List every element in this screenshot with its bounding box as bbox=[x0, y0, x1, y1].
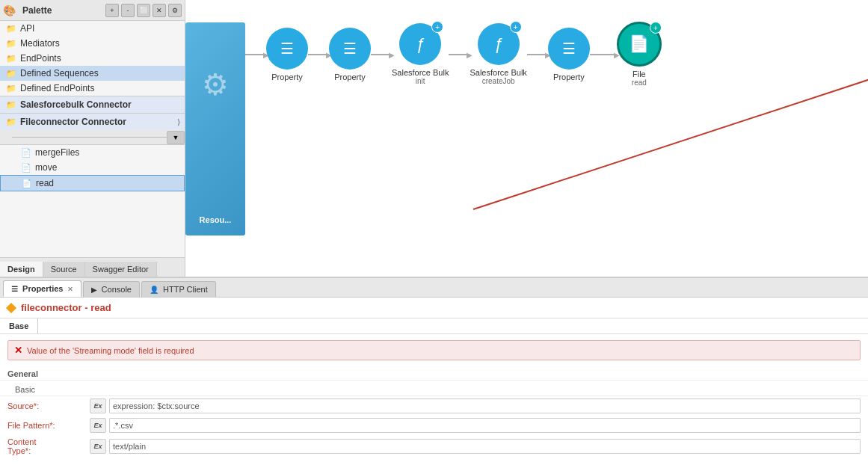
sidebar-item-fileconnector[interactable]: 📁 Fileconnector Connector ⟩ bbox=[0, 113, 185, 130]
nodes-row: ▶ ☰ Property ▶ bbox=[245, 22, 662, 87]
resource-label: Resou... bbox=[200, 215, 232, 224]
error-message: Value of the 'Streaming mode' field is r… bbox=[27, 346, 194, 355]
panel-tab-properties[interactable]: ☰ Properties ✕ bbox=[3, 280, 81, 297]
tab-swagger[interactable]: Swagger Editor bbox=[85, 262, 157, 277]
panel-title: fileconnector - read bbox=[21, 302, 111, 313]
error-icon: ✕ bbox=[14, 345, 22, 356]
node-sublabel-sf-create: createJob bbox=[482, 77, 515, 85]
node-sublabel-file-read: read bbox=[632, 78, 647, 87]
node-circle-property3: ☰ bbox=[548, 28, 590, 70]
flow-node-property3[interactable]: ☰ Property bbox=[548, 28, 590, 81]
form-row-source: Source*: Ex bbox=[0, 396, 868, 416]
node-badge-sf-create: + bbox=[510, 21, 522, 33]
folder-icon-endpoints: 📁 bbox=[6, 54, 16, 64]
zoom-in-btn[interactable]: + bbox=[105, 4, 119, 17]
node-circle-file-read: 📄 + bbox=[617, 22, 662, 67]
node-icon-property3: ☰ bbox=[562, 40, 576, 58]
flow-node-property2[interactable]: ☰ Property bbox=[329, 28, 371, 81]
error-bar: ✕ Value of the 'Streaming mode' field is… bbox=[7, 340, 861, 360]
form-tab-base[interactable]: Base bbox=[0, 318, 38, 333]
sidebar-item-endpoints[interactable]: 📁 EndPoints bbox=[0, 51, 185, 66]
node-circle-property1: ☰ bbox=[266, 28, 308, 70]
canvas: ⚙ Resou... ▶ ☰ bbox=[185, 0, 868, 277]
sidebar-toolbar: 🎨 Palette + - ⬜ ✕ ⚙ bbox=[0, 0, 185, 21]
node-icon-property2: ☰ bbox=[343, 40, 357, 58]
settings-btn[interactable]: ⚙ bbox=[168, 4, 182, 17]
canvas-bottom-tabs: Design Source Swagger Editor bbox=[0, 257, 185, 277]
flow-node-property1[interactable]: ☰ Property bbox=[266, 28, 308, 81]
sidebar-item-defined-endpoints[interactable]: 📁 Defined EndPoints bbox=[0, 81, 185, 96]
form-row-content-type: ContentType*: Ex bbox=[0, 435, 868, 458]
node-icon-sf-create: ƒ bbox=[494, 34, 503, 54]
sidebar: 🎨 Palette + - ⬜ ✕ ⚙ 📁 API 📁 Mediators 📁 … bbox=[0, 0, 185, 277]
delete-btn[interactable]: ✕ bbox=[153, 4, 166, 17]
folder-icon-defined-seq: 📁 bbox=[6, 69, 16, 78]
panel-tabs: ☰ Properties ✕ ▶ Console 👤 HTTP Client bbox=[0, 278, 868, 298]
node-icon-sf-init: ƒ bbox=[416, 34, 425, 54]
panel-tab-http-client[interactable]: 👤 HTTP Client bbox=[141, 281, 216, 297]
select-btn[interactable]: ⬜ bbox=[137, 4, 150, 17]
expr-btn-file-pattern[interactable]: Ex bbox=[90, 418, 106, 433]
node-label-property2: Property bbox=[334, 73, 366, 81]
node-icon-file-read: 📄 bbox=[629, 34, 649, 54]
flow-node-file-read[interactable]: 📄 + File read bbox=[617, 22, 662, 87]
file-icon-read: 📄 bbox=[22, 179, 32, 188]
folder-icon-defined-ep: 📁 bbox=[6, 84, 16, 93]
node-sublabel-sf-init: init bbox=[416, 77, 425, 85]
label-file-pattern: File Pattern*: bbox=[7, 421, 90, 430]
node-label-file-read: File bbox=[632, 70, 646, 78]
flow-node-sf-init[interactable]: ƒ + Salesforce Bulk init bbox=[392, 23, 449, 85]
flow-node-sf-create[interactable]: ƒ + Salesforce Bulk createJob bbox=[470, 23, 526, 85]
panel-title-bar: fileconnector - read bbox=[0, 298, 868, 318]
node-circle-property2: ☰ bbox=[329, 28, 371, 70]
expand-icon-fc: ⟩ bbox=[177, 118, 180, 126]
gear-symbol: ⚙ bbox=[202, 67, 229, 102]
form-tab-row: Base bbox=[0, 318, 868, 334]
sidebar-sub-item-move[interactable]: 📄 move bbox=[0, 160, 185, 175]
properties-icon: ☰ bbox=[11, 285, 18, 293]
panel-tab-console[interactable]: ▶ Console bbox=[83, 281, 140, 297]
node-circle-sf-init: ƒ + bbox=[399, 23, 441, 65]
tab-design[interactable]: Design bbox=[0, 262, 43, 277]
http-client-icon: 👤 bbox=[150, 286, 158, 294]
node-badge-file-read: + bbox=[650, 22, 662, 34]
expr-btn-content-type[interactable]: Ex bbox=[90, 439, 106, 454]
sidebar-item-mediators[interactable]: 📁 Mediators bbox=[0, 36, 185, 51]
input-source[interactable] bbox=[109, 398, 861, 413]
collapse-btn[interactable]: ▼ bbox=[167, 131, 185, 144]
palette-icon: 🎨 bbox=[3, 4, 16, 16]
folder-icon-mediators: 📁 bbox=[6, 39, 16, 49]
input-file-pattern[interactable] bbox=[109, 418, 861, 433]
sidebar-item-defined-sequences[interactable]: 📁 Defined Sequences bbox=[0, 66, 185, 81]
diamond-icon bbox=[6, 302, 16, 313]
input-content-type[interactable] bbox=[109, 439, 861, 454]
expr-btn-source[interactable]: Ex bbox=[90, 398, 106, 413]
section-header-basic: Basic bbox=[0, 381, 868, 396]
node-label-sf-create: Salesforce Bulk bbox=[470, 68, 526, 77]
bottom-panel: ☰ Properties ✕ ▶ Console 👤 HTTP Client f… bbox=[0, 277, 868, 471]
palette-title: Palette bbox=[22, 5, 52, 16]
node-label-property1: Property bbox=[271, 73, 303, 81]
file-icon-mergefiles: 📄 bbox=[21, 148, 31, 158]
sidebar-item-api[interactable]: 📁 API bbox=[0, 21, 185, 36]
folder-icon-sf: 📁 bbox=[6, 100, 16, 110]
sidebar-sub-item-read[interactable]: 📄 read bbox=[0, 175, 185, 191]
file-icon-move: 📄 bbox=[21, 163, 31, 173]
sidebar-sub-item-mergefiles[interactable]: 📄 mergeFiles bbox=[0, 145, 185, 160]
form-row-file-pattern: File Pattern*: Ex bbox=[0, 416, 868, 435]
section-header-general: General bbox=[0, 365, 868, 381]
properties-close-btn[interactable]: ✕ bbox=[67, 286, 73, 293]
form-section-general: General Basic Source*: Ex File Pattern*:… bbox=[0, 360, 868, 462]
node-label-sf-init: Salesforce Bulk bbox=[392, 68, 449, 77]
folder-icon-fc: 📁 bbox=[6, 117, 16, 127]
tab-source[interactable]: Source bbox=[43, 262, 85, 277]
resource-block: ⚙ Resou... bbox=[185, 22, 245, 236]
label-source: Source*: bbox=[7, 401, 90, 410]
node-icon-property1: ☰ bbox=[280, 40, 294, 58]
sidebar-item-salesforce-connector[interactable]: 📁 Salesforcebulk Connector bbox=[0, 96, 185, 113]
folder-icon-api: 📁 bbox=[6, 24, 16, 34]
zoom-out-btn[interactable]: - bbox=[121, 4, 135, 17]
node-circle-sf-create: ƒ + bbox=[478, 23, 520, 65]
node-badge-sf-init: + bbox=[431, 21, 443, 33]
label-content-type: ContentType*: bbox=[7, 437, 90, 455]
